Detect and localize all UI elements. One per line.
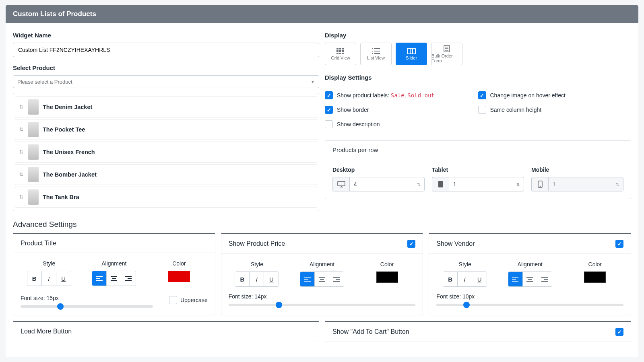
font-size-label: Font size: 15px bbox=[21, 295, 153, 301]
align-left-button[interactable] bbox=[300, 272, 315, 286]
bold-button[interactable]: B bbox=[443, 272, 458, 286]
uppercase-label: Uppercase bbox=[180, 297, 208, 303]
same-height-label: Same column height bbox=[490, 107, 542, 113]
desktop-select[interactable]: 4 ⇅ bbox=[349, 177, 425, 191]
show-description-label: Show description bbox=[337, 121, 380, 128]
card-title: Show Product Price bbox=[229, 240, 285, 247]
underline-button[interactable]: U bbox=[472, 272, 487, 286]
align-center-button[interactable] bbox=[315, 272, 329, 286]
show-vendor-checkbox[interactable] bbox=[615, 240, 623, 248]
view-list-button[interactable]: List View bbox=[360, 43, 392, 65]
slider-thumb[interactable] bbox=[57, 303, 64, 310]
card-title: Show Vendor bbox=[436, 240, 475, 247]
same-height-checkbox[interactable] bbox=[478, 106, 486, 114]
view-label: Grid View bbox=[331, 56, 350, 60]
tablet-select[interactable]: 1 ⇅ bbox=[449, 177, 524, 191]
align-left-button[interactable] bbox=[92, 271, 107, 286]
select-product-placeholder: Please select a Product bbox=[17, 79, 72, 85]
show-price-checkbox[interactable] bbox=[407, 240, 415, 248]
drag-handle-icon[interactable]: ⇅ bbox=[19, 194, 24, 200]
view-label: List View bbox=[367, 56, 385, 60]
advanced-settings-title: Advanced Settings bbox=[13, 220, 631, 229]
view-bulk-button[interactable]: Bulk Order Form bbox=[431, 43, 462, 65]
product-name: The Tank Bra bbox=[43, 194, 79, 200]
tablet-icon bbox=[432, 177, 449, 191]
underline-button[interactable]: U bbox=[264, 272, 279, 286]
svg-rect-8 bbox=[342, 53, 344, 54]
select-caret-icon: ⇅ bbox=[616, 182, 619, 187]
svg-rect-15 bbox=[407, 48, 415, 54]
card-title: Product Title bbox=[21, 240, 56, 247]
uppercase-checkbox[interactable] bbox=[169, 296, 177, 304]
svg-rect-25 bbox=[438, 181, 443, 187]
mobile-label: Mobile bbox=[531, 167, 623, 173]
show-labels-text: Show product labels: Sale, Sold out bbox=[337, 92, 435, 99]
font-size-slider[interactable] bbox=[21, 305, 153, 308]
alignment-label: Alignment bbox=[86, 260, 143, 267]
slider-thumb[interactable] bbox=[276, 302, 282, 308]
view-grid-button[interactable]: Grid View bbox=[325, 43, 356, 65]
color-swatch[interactable] bbox=[168, 271, 190, 282]
align-left-button[interactable] bbox=[508, 272, 523, 286]
drag-handle-icon[interactable]: ⇅ bbox=[19, 104, 24, 110]
align-right-button[interactable] bbox=[537, 272, 552, 286]
font-size-slider[interactable] bbox=[436, 304, 623, 306]
bold-button[interactable]: B bbox=[235, 272, 250, 286]
product-title-card: Product Title Style B I U bbox=[13, 233, 215, 315]
widget-name-label: Widget Name bbox=[13, 32, 319, 39]
desktop-label: Desktop bbox=[332, 167, 425, 173]
italic-button[interactable]: I bbox=[458, 272, 472, 286]
svg-rect-13 bbox=[372, 53, 373, 54]
product-row[interactable]: ⇅ The Tank Bra bbox=[15, 187, 317, 208]
align-center-button[interactable] bbox=[523, 272, 537, 286]
show-description-checkbox[interactable] bbox=[325, 120, 333, 128]
drag-handle-icon[interactable]: ⇅ bbox=[19, 149, 24, 155]
desktop-icon bbox=[332, 177, 349, 191]
color-label: Color bbox=[566, 261, 623, 267]
svg-rect-1 bbox=[339, 48, 341, 49]
product-row[interactable]: ⇅ The Unisex French bbox=[15, 142, 317, 162]
show-border-checkbox[interactable] bbox=[325, 106, 333, 114]
change-hover-checkbox[interactable] bbox=[478, 91, 486, 99]
mobile-select[interactable]: 1 ⇅ bbox=[548, 177, 623, 191]
svg-rect-14 bbox=[374, 53, 380, 54]
svg-rect-6 bbox=[336, 53, 339, 54]
style-label: Style bbox=[436, 261, 493, 267]
add-to-cart-checkbox[interactable] bbox=[615, 328, 623, 336]
underline-button[interactable]: U bbox=[56, 271, 71, 286]
color-swatch[interactable] bbox=[376, 272, 398, 283]
bold-button[interactable]: B bbox=[27, 271, 42, 286]
product-row[interactable]: ⇅ The Bomber Jacket bbox=[15, 164, 317, 185]
product-name: The Unisex French bbox=[43, 149, 95, 155]
svg-rect-11 bbox=[372, 51, 373, 51]
slider-thumb[interactable] bbox=[463, 302, 470, 308]
italic-button[interactable]: I bbox=[250, 272, 264, 286]
svg-rect-0 bbox=[336, 48, 339, 49]
product-row[interactable]: ⇅ The Denim Jacket bbox=[15, 97, 317, 117]
product-thumb bbox=[28, 144, 39, 160]
svg-point-27 bbox=[540, 186, 540, 187]
align-center-button[interactable] bbox=[107, 271, 121, 286]
align-right-button[interactable] bbox=[121, 271, 136, 286]
show-border-label: Show border bbox=[337, 107, 369, 113]
product-price-card: Show Product Price Style B I U bbox=[221, 233, 423, 315]
view-slider-button[interactable]: Slider bbox=[396, 43, 427, 65]
tablet-label: Tablet bbox=[432, 167, 524, 173]
product-row[interactable]: ⇅ The Pocket Tee bbox=[15, 119, 317, 140]
view-label: Slider bbox=[406, 56, 417, 60]
svg-rect-9 bbox=[372, 48, 373, 49]
color-label: Color bbox=[151, 260, 208, 267]
card-title: Show "Add To Cart" Button bbox=[332, 328, 409, 335]
drag-handle-icon[interactable]: ⇅ bbox=[19, 127, 24, 132]
widget-name-input[interactable] bbox=[13, 43, 319, 57]
color-swatch[interactable] bbox=[584, 272, 606, 283]
italic-button[interactable]: I bbox=[42, 271, 56, 286]
color-label: Color bbox=[359, 261, 416, 267]
font-size-label: Font size: 10px bbox=[436, 293, 623, 300]
align-right-button[interactable] bbox=[329, 272, 344, 286]
font-size-slider[interactable] bbox=[229, 304, 416, 306]
select-product-dropdown[interactable]: Please select a Product ▼ bbox=[13, 75, 319, 88]
display-settings-label: Display Settings bbox=[325, 74, 631, 81]
show-labels-checkbox[interactable] bbox=[325, 91, 333, 99]
drag-handle-icon[interactable]: ⇅ bbox=[19, 172, 24, 177]
